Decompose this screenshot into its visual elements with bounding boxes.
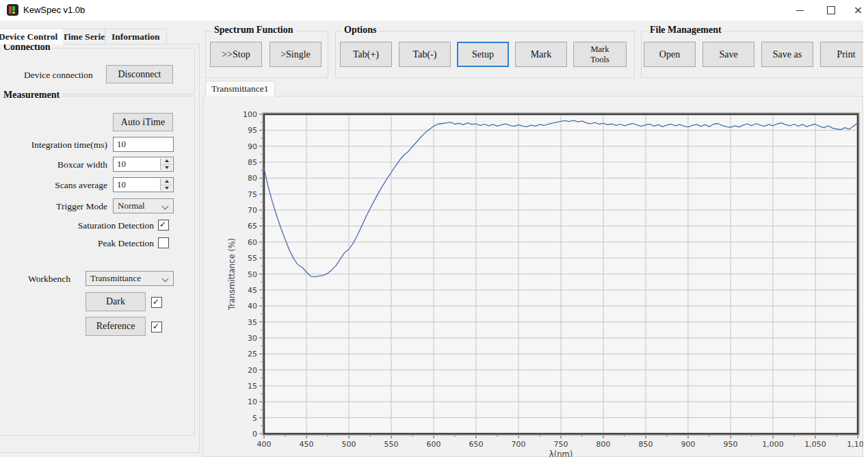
auto-itime-button[interactable]: Auto iTime [113, 113, 173, 131]
single-button-label: >Single [280, 49, 311, 60]
tab-minus-button-label: Tab(-) [413, 49, 437, 60]
svg-text:950: 950 [724, 440, 738, 449]
scans-average-input[interactable]: 10 [113, 177, 174, 192]
svg-text:5: 5 [252, 414, 257, 423]
svg-text:400: 400 [257, 440, 272, 449]
print-button[interactable]: Print [820, 42, 868, 67]
svg-text:850: 850 [639, 440, 653, 449]
svg-text:0: 0 [252, 430, 257, 439]
window-title: KewSpec v1.0b [23, 5, 85, 15]
svg-text:70: 70 [248, 206, 257, 215]
tab-transmittance1[interactable]: Transmittance1 [205, 81, 275, 96]
svg-text:40: 40 [248, 302, 257, 311]
boxcar-width-label: Boxcar width [5, 159, 107, 170]
measurement-group-title: Measurement [1, 90, 62, 101]
single-button[interactable]: >Single [269, 42, 321, 67]
save-button-label: Save [719, 49, 737, 60]
close-icon: × [854, 5, 863, 16]
dark-checkbox[interactable] [151, 297, 162, 308]
scans-average-stepper[interactable] [160, 179, 172, 191]
mark-tools-button-label: Mark Tools [583, 44, 616, 64]
save-as-button-label: Save as [773, 49, 802, 60]
trigger-mode-select[interactable]: Normal [113, 198, 174, 213]
integration-time-label: Integration time(ms) [5, 140, 107, 151]
svg-text:1,100: 1,100 [847, 440, 864, 449]
svg-text:75: 75 [248, 190, 257, 199]
boxcar-width-stepper[interactable] [160, 158, 172, 170]
svg-text:25: 25 [248, 350, 257, 358]
svg-text:60: 60 [248, 238, 257, 247]
maximize-button[interactable] [817, 0, 845, 21]
save-as-button[interactable]: Save as [761, 42, 813, 67]
logo-red-bar [9, 6, 12, 14]
chart-panel: 4004505005506006507007508008509009501,00… [202, 96, 863, 457]
device-connection-label: Device connection [24, 70, 93, 81]
tab-information[interactable]: Information [105, 29, 167, 44]
setup-button-label: Setup [472, 49, 494, 60]
save-button[interactable]: Save [702, 42, 754, 67]
svg-text:450: 450 [300, 440, 314, 449]
open-button[interactable]: Open [644, 42, 696, 67]
integration-time-value: 10 [117, 139, 126, 150]
chevron-down-icon [162, 276, 169, 283]
svg-text:50: 50 [248, 270, 257, 279]
svg-text:30: 30 [248, 334, 257, 343]
peak-detection-checkbox[interactable] [158, 237, 169, 248]
tab-device-control[interactable]: Device Control [0, 28, 64, 44]
svg-text:95: 95 [248, 126, 257, 135]
saturation-detection-checkbox[interactable] [158, 220, 169, 231]
disconnect-button[interactable]: Disconnect [106, 65, 173, 83]
stepper-up-icon[interactable] [161, 179, 172, 185]
trigger-mode-value: Normal [118, 200, 145, 211]
file-management-group-title: File Management [647, 25, 724, 36]
svg-text:500: 500 [342, 440, 356, 449]
svg-text:Transmittance (%): Transmittance (%) [227, 238, 237, 311]
dark-button[interactable]: Dark [86, 292, 146, 311]
stepper-up-icon[interactable] [161, 158, 172, 165]
setup-button[interactable]: Setup [457, 42, 509, 67]
logo-green-bar [12, 6, 15, 11]
chevron-down-icon [162, 203, 169, 210]
boxcar-width-input[interactable]: 10 [113, 157, 174, 172]
svg-text:80: 80 [248, 174, 257, 183]
workbench-value: Transmittance [90, 273, 141, 284]
boxcar-width-value: 10 [117, 159, 126, 170]
svg-text:20: 20 [248, 366, 257, 375]
scans-average-value: 10 [117, 179, 126, 190]
saturation-detection-label: Saturation Detection [41, 220, 154, 231]
spectrum-chart: 4004505005506006507007508008509009501,00… [203, 96, 864, 457]
svg-text:1,000: 1,000 [762, 440, 784, 449]
open-button-label: Open [659, 49, 680, 60]
svg-text:550: 550 [384, 440, 399, 449]
mark-button[interactable]: Mark [515, 42, 567, 67]
close-button[interactable]: × [848, 0, 868, 21]
tab-minus-button[interactable]: Tab(-) [399, 42, 451, 67]
workbench-label: Workbench [28, 274, 70, 285]
dark-button-label: Dark [106, 296, 125, 307]
svg-text:750: 750 [554, 440, 568, 449]
svg-text:65: 65 [248, 222, 257, 231]
reference-checkbox[interactable] [151, 322, 162, 332]
tab-transmittance1-label: Transmittance1 [211, 83, 269, 94]
svg-text:900: 900 [681, 440, 696, 449]
spectrum-function-group-title: Spectrum Function [211, 25, 296, 36]
tab-plus-button[interactable]: Tab(+) [340, 42, 392, 67]
svg-text:λ(nm): λ(nm) [549, 449, 573, 457]
scans-average-label: Scans average [5, 180, 107, 191]
reference-button[interactable]: Reference [86, 317, 146, 336]
peak-detection-label: Peak Detection [41, 238, 154, 249]
svg-text:100: 100 [243, 110, 257, 119]
options-group-title: Options [341, 25, 379, 36]
svg-text:10: 10 [248, 397, 257, 406]
integration-time-input[interactable]: 10 [113, 137, 174, 152]
svg-text:600: 600 [427, 440, 441, 449]
minimize-button[interactable] [785, 0, 814, 21]
stepper-down-icon[interactable] [161, 165, 172, 171]
tab-information-label: Information [111, 31, 160, 42]
svg-text:45: 45 [248, 286, 257, 295]
mark-tools-button[interactable]: Mark Tools [573, 42, 627, 67]
stepper-down-icon[interactable] [161, 185, 172, 192]
workbench-select[interactable]: Transmittance [86, 271, 174, 286]
maximize-icon [827, 6, 835, 14]
stop-button[interactable]: >>Stop [210, 42, 262, 67]
